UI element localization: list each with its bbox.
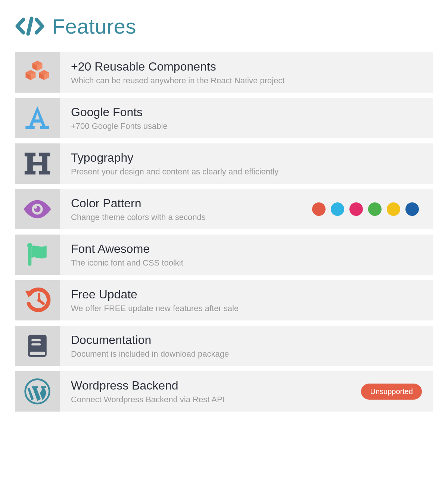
feature-desc: +700 Google Fonts usable: [71, 121, 422, 131]
feature-body: Color Pattern Change theme colors with a…: [60, 189, 433, 229]
feature-title: Font Awesome: [71, 242, 422, 256]
feature-desc: Which can be reused anywhere in the Reac…: [71, 76, 422, 86]
svg-line-0: [28, 18, 32, 34]
feature-row: Typography Present your design and conte…: [15, 143, 433, 184]
svg-rect-23: [31, 343, 41, 345]
svg-point-12: [34, 206, 37, 208]
page-title: Features: [52, 14, 136, 38]
svg-rect-21: [30, 352, 45, 355]
book-icon: [15, 326, 60, 366]
feature-desc: Document is included in download package: [71, 349, 422, 359]
feature-title: Wordpress Backend: [71, 379, 361, 393]
feature-desc: The iconic font and CSS toolkit: [71, 258, 422, 268]
feature-title: Typography: [71, 151, 422, 165]
feature-title: Google Fonts: [71, 105, 422, 119]
feature-title: Free Update: [71, 288, 422, 301]
feature-body: Google Fonts +700 Google Fonts usable: [60, 98, 433, 138]
swatch: [387, 202, 400, 216]
color-swatches: [312, 202, 419, 216]
feature-desc: We offer FREE update new features after …: [71, 304, 422, 313]
feature-body: +20 Reusable Components Which can be reu…: [60, 52, 433, 93]
history-icon: [15, 280, 60, 320]
wordpress-icon: [15, 371, 60, 412]
swatch: [349, 202, 363, 216]
page-header: Features: [15, 11, 433, 41]
feature-row: +20 Reusable Components Which can be reu…: [15, 52, 433, 93]
unsupported-badge: Unsupported: [361, 384, 422, 400]
feature-desc: Connect Wordpress Backend via Rest API: [71, 395, 361, 404]
feature-body: Free Update We offer FREE update new fea…: [60, 280, 433, 320]
feature-body: Typography Present your design and conte…: [60, 143, 433, 184]
feature-row: Google Fonts +700 Google Fonts usable: [15, 98, 433, 138]
feature-body: Wordpress Backend Connect Wordpress Back…: [60, 371, 433, 412]
font-a-icon: [15, 98, 60, 138]
flag-icon: [15, 235, 60, 275]
cubes-icon: [15, 52, 60, 93]
svg-rect-14: [28, 246, 31, 266]
feature-row: Free Update We offer FREE update new fea…: [15, 280, 433, 320]
svg-rect-22: [31, 339, 41, 341]
swatch: [405, 202, 419, 216]
eye-icon: [15, 189, 60, 229]
code-icon: [15, 11, 45, 41]
swatch: [331, 202, 344, 216]
feature-body: Font Awesome The iconic font and CSS too…: [60, 235, 433, 275]
feature-title: +20 Reusable Components: [71, 60, 422, 74]
feature-row: Color Pattern Change theme colors with a…: [15, 189, 433, 229]
feature-desc: Present your design and content as clear…: [71, 167, 422, 177]
feature-row: Documentation Document is included in do…: [15, 326, 433, 366]
heading-h-icon: [15, 143, 60, 184]
swatch: [312, 202, 326, 216]
svg-line-18: [39, 300, 44, 304]
feature-desc: Change theme colors with a seconds: [71, 213, 312, 222]
swatch: [368, 202, 382, 216]
feature-body: Documentation Document is included in do…: [60, 326, 433, 366]
feature-title: Documentation: [71, 333, 422, 347]
feature-title: Color Pattern: [71, 196, 312, 210]
feature-row: Wordpress Backend Connect Wordpress Back…: [15, 371, 433, 412]
feature-row: Font Awesome The iconic font and CSS too…: [15, 235, 433, 275]
